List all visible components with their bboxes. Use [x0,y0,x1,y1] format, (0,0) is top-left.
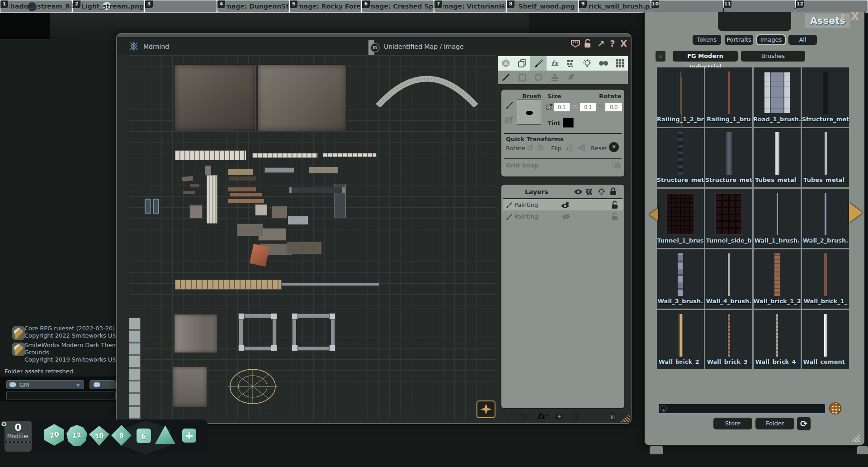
tokens-tool-icon[interactable] [498,56,514,71]
page-right-arrow[interactable] [849,203,868,223]
collapse-module-button[interactable]: ▲ [656,51,665,62]
asset-item[interactable]: Structure_met [657,128,704,187]
layer-hidden-icon[interactable] [561,213,571,220]
tab-portraits[interactable]: Portraits [725,35,753,45]
tiles-all-icon[interactable] [586,188,594,195]
flip-vertical-icon[interactable] [576,143,586,152]
duplicate-layer-icon[interactable] [572,412,580,421]
close-map-icon[interactable]: X [620,38,627,48]
brush-preview[interactable] [517,100,541,125]
asset-item[interactable]: Tunnel_side_b [705,189,752,248]
asset-item[interactable]: Wall_3_brush. [657,249,704,309]
category-button[interactable]: Brushes [741,51,805,62]
chat-input[interactable] [6,391,116,400]
help-icon[interactable]: ? [610,38,615,48]
speaker-dropdown[interactable]: GM ▼ [6,380,84,389]
map-titlebar[interactable]: MdrnInd ID Unidentified Map / Image ↗ ? … [117,34,631,55]
layer-unlocked-icon[interactable] [611,200,618,209]
lighting-tool-icon[interactable] [579,56,595,71]
map-canvas[interactable] [129,55,496,419]
paint-tool-icon[interactable] [530,56,547,71]
hotbar-slot-1[interactable]: 1Shadow_stream_Ro [0,0,72,12]
asset-item[interactable]: Structure_met [705,128,752,187]
asset-item[interactable]: Wall_brick_2_ [657,310,704,369]
asset-item[interactable]: Structure_met [802,67,849,127]
grid-snap-icon[interactable] [612,161,621,170]
page-left-arrow[interactable] [643,208,658,221]
mask-tool-icon[interactable] [595,56,612,71]
add-tiles-layer-icon[interactable] [520,413,529,421]
asset-search-input[interactable] [658,404,826,414]
layer-row[interactable]: Painting [503,199,623,210]
die-d6[interactable]: 6 [137,429,151,443]
eraser-draw-icon[interactable] [563,71,579,84]
tint-color-swatch[interactable] [563,118,574,128]
rotate-icon[interactable]: ↻ [598,103,604,110]
asset-item[interactable]: Wall_1_brush. [754,189,801,248]
brush-icon[interactable] [505,100,514,110]
asset-item[interactable]: Wall_cement_ [802,310,849,369]
asset-item[interactable]: Wall_brick_3_ [705,310,752,369]
rectangle-draw-icon[interactable] [514,71,530,84]
window-nub[interactable] [857,446,868,454]
hotbar-slot-7[interactable]: 7Image: VictorianHo [434,0,506,12]
chat-mode-button[interactable] [90,380,116,389]
add-effects-layer-icon[interactable]: fx⁺ [538,412,549,420]
hotbar-slot-9[interactable]: 9Brick_wall_brush.pn [579,0,651,12]
modifier-box[interactable]: 0 Modifier [5,421,32,452]
tab-images[interactable]: Images [757,35,785,45]
layer-visible-icon[interactable] [561,201,571,209]
tiles-tool-icon[interactable] [563,56,579,71]
asset-item[interactable]: Railing_1_2_br [657,67,704,127]
asset-item[interactable]: Wall_brick_1_ [802,249,849,309]
asset-item[interactable]: Wall_brick_1_2 [754,249,801,309]
circle-draw-icon[interactable] [530,71,547,84]
visibility-all-icon[interactable] [574,189,583,195]
folder-button[interactable]: Folder [755,418,794,429]
hotbar-slot-6[interactable]: 6Image: Crashed Spa [362,0,434,12]
unlock-icon[interactable] [583,38,592,48]
add-paint-layer-icon[interactable] [503,412,512,421]
rotate-cw-icon[interactable]: ↻ [538,143,544,152]
hotbar-slot-5[interactable]: 5Image: Rocky Fores [290,0,361,12]
brush-rotate-input[interactable] [605,103,622,111]
delete-layer-icon[interactable] [609,412,617,421]
popout-icon[interactable]: ↗ [597,38,604,48]
layer-row[interactable]: Painting [503,211,623,222]
brush-width-input[interactable] [554,103,570,111]
tab-tokens[interactable]: Tokens [693,35,721,45]
hotbar-slot-3[interactable]: 3 [145,0,217,12]
asset-item[interactable]: Wall_brick_4_ [754,310,801,369]
edit-brush-icon[interactable] [505,116,513,124]
tab-all[interactable]: All [788,35,817,45]
lock-all-icon[interactable] [610,187,617,195]
hotbar-slot-4[interactable]: 4Image: DungeonStr [217,0,289,12]
asset-item[interactable]: Tunnel_1_brus [657,189,704,248]
window-nub[interactable] [650,446,663,454]
layers-tool-icon[interactable] [514,56,530,71]
brush-height-input[interactable] [580,103,596,111]
map-tab-label[interactable]: MdrnInd [143,43,169,50]
add-die-button[interactable]: + [182,429,196,443]
hotbar-slot-12[interactable]: 12 [796,0,868,12]
flip-horizontal-icon[interactable] [565,143,574,152]
link-icon[interactable] [571,104,579,110]
asset-item[interactable]: Wall_4_brush. [705,249,752,309]
lighting-all-icon[interactable] [597,187,606,196]
assets-resize-grip[interactable] [851,433,860,442]
layer-unlocked-icon[interactable] [611,212,618,221]
assets-close-icon[interactable]: X [851,10,859,22]
asset-item[interactable]: Wall_2_brush. [802,189,849,248]
hotbar-slot-11[interactable]: 11 [724,0,795,12]
rotate-ccw-icon[interactable]: ↺ [527,143,533,152]
token-banner-icon[interactable] [570,38,581,48]
asset-item[interactable]: Road_1_brush. [754,67,801,127]
grid-tool-icon[interactable] [612,56,628,71]
hotbar-slot-8[interactable]: 8Shelf_wood.png [507,0,578,12]
module-button[interactable]: FG Modern Industrial [673,51,738,62]
compass-button[interactable] [476,400,495,418]
add-folder-icon[interactable] [555,413,564,420]
hotbar-slot-10[interactable]: 10 [651,0,723,12]
asset-item[interactable]: Railing_1_bru [705,67,752,127]
assets-help-icon[interactable]: ? [840,12,845,22]
